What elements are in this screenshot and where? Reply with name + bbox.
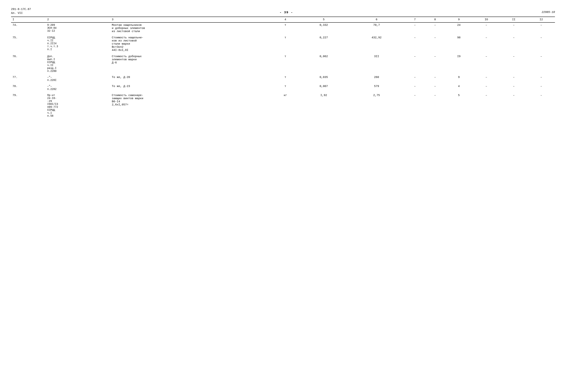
col-header-6: 6: [348, 17, 405, 23]
table-row: 74.9-209ЭСН-8432-I2Монтаж нащельникови д…: [11, 23, 555, 34]
cell-0-col9: 24: [445, 23, 473, 34]
doc-code: 22985-10: [542, 11, 555, 14]
table-row: 75.ССРЦЦч.IIп.2II4т.ч.т.3п.IСтоимость на…: [11, 34, 555, 53]
col-header-3: 3: [110, 17, 272, 23]
cell-1-col9: 98: [445, 34, 473, 53]
cell-4-desc: То же, Д-23: [110, 83, 272, 92]
cell-2-ref: Доп.вып.IССРЦЦч.IIразд.Iп.2280: [46, 53, 110, 73]
cell-4-col12: –: [527, 83, 555, 92]
cell-4-col8: –: [425, 83, 445, 92]
cell-0-col11: –: [500, 23, 527, 34]
col-header-11: II: [500, 17, 527, 23]
header-left: 291-8-17С.87 Ал. VII: [11, 7, 31, 15]
col-header-8: 8: [425, 17, 445, 23]
cell-3-num: 77.: [11, 73, 46, 83]
cell-2-col11: –: [500, 53, 527, 73]
cell-1-col6: 432,92: [348, 34, 405, 53]
cell-0-col7: –: [405, 23, 425, 34]
col-header-7: 7: [405, 17, 425, 23]
cell-4-col9: 4: [445, 83, 473, 92]
cell-3-col10: –: [473, 73, 500, 83]
cell-3-col12: –: [527, 73, 555, 83]
cell-2-num: 76.: [11, 53, 46, 73]
cell-5-col7: –: [405, 92, 425, 118]
cell-5-col11: –: [500, 92, 527, 118]
cell-4-col7: –: [405, 83, 425, 92]
cell-1-col5: 0,227: [299, 34, 348, 53]
cell-2-col8: –: [425, 53, 445, 73]
table-row: 76.Доп.вып.IССРЦЦч.IIразд.Iп.2280Стоимос…: [11, 53, 555, 73]
cell-3-col4: т: [272, 73, 299, 83]
cell-2-col6: 3II: [348, 53, 405, 73]
table-row: 78.–"–п.2282То же, Д-23т0,007579––4–––: [11, 83, 555, 92]
page-header: 291-8-17С.87 Ал. VII - 39 - 22985-10: [11, 7, 555, 15]
cell-1-num: 75.: [11, 34, 46, 53]
cell-3-col9: 9: [445, 73, 473, 83]
cell-2-col5: 0,062: [299, 53, 348, 73]
cell-3-col6: 260: [348, 73, 405, 83]
cell-3-desc: То же, Д-20: [110, 73, 272, 83]
cell-0-col5: 0,332: [299, 23, 348, 34]
cell-4-num: 78.: [11, 83, 46, 92]
cell-0-col4: т: [272, 23, 299, 34]
cell-1-col7: –: [405, 34, 425, 53]
col-header-4: 4: [272, 17, 299, 23]
cell-4-ref: –"–п.2282: [46, 83, 110, 92]
cell-0-num: 74.: [11, 23, 46, 34]
doc-number: 291-8-17С.87: [11, 7, 31, 11]
col-header-10: IO: [473, 17, 500, 23]
cell-5-col8: –: [425, 92, 445, 118]
cell-4-col6: 579: [348, 83, 405, 92]
main-table: I 2 3 4 5 6 7 8 9 IO II I2 74.9-209ЭСН-8…: [11, 17, 555, 118]
cell-2-col12: –: [527, 53, 555, 73]
cell-5-col9: 5: [445, 92, 473, 118]
cell-4-col4: т: [272, 83, 299, 92]
cell-3-col5: 0,035: [299, 73, 348, 83]
cell-5-desc: Стоимость самонаре-зающих винтов маркиB6…: [110, 92, 272, 118]
cell-5-col12: –: [527, 92, 555, 118]
cell-5-num: 79.: [11, 92, 46, 118]
col-header-12: I2: [527, 17, 555, 23]
cell-2-col4: т: [272, 53, 299, 73]
cell-0-col12: –: [527, 23, 555, 34]
cell-2-col7: –: [405, 53, 425, 73]
cell-2-col9: I9: [445, 53, 473, 73]
cell-3-ref: –"–п.228I: [46, 73, 110, 83]
cell-5-col10: –: [473, 92, 500, 118]
cell-0-col8: –: [425, 23, 445, 34]
cell-4-col11: –: [500, 83, 527, 92]
cell-5-col6: 2,75: [348, 92, 405, 118]
cell-4-col5: 0,007: [299, 83, 348, 92]
cell-1-col4: т: [272, 34, 299, 53]
cell-1-col10: –: [473, 34, 500, 53]
cell-5-col5: I,92: [299, 92, 348, 118]
page-number: - 39 -: [279, 11, 293, 14]
cell-3-col7: –: [405, 73, 425, 83]
table-row: 77.–"–п.228IТо же, Д-20т0,035260––9–––: [11, 73, 555, 83]
cell-4-col10: –: [473, 83, 500, 92]
main-table-wrapper: I 2 3 4 5 6 7 8 9 IO II I2 74.9-209ЭСН-8…: [11, 17, 555, 118]
col-header-2: 2: [46, 17, 110, 23]
table-header-row: I 2 3 4 5 6 7 8 9 IO II I2: [11, 17, 555, 23]
cell-1-ref: ССРЦЦч.IIп.2II4т.ч.т.3п.I: [46, 34, 110, 53]
table-row: 79.Пр-нт24-I8--29I98I/I3п09-772ССРЦЦч.Iп…: [11, 92, 555, 118]
col-header-5: 5: [299, 17, 348, 23]
cell-3-col11: –: [500, 73, 527, 83]
cell-2-col10: –: [473, 53, 500, 73]
cell-1-col11: –: [500, 34, 527, 53]
cell-1-desc: Стоимость нащельни-ков из листовойстали …: [110, 34, 272, 53]
cell-1-col8: –: [425, 34, 445, 53]
cell-5-ref: Пр-нт24-I8--29I98I/I3п09-772ССРЦЦч.Iп.58: [46, 92, 110, 118]
col-header-9: 9: [445, 17, 473, 23]
cell-1-col12: –: [527, 34, 555, 53]
cell-3-col8: –: [425, 73, 445, 83]
cell-0-desc: Монтаж нащельникови доборных элементовиз…: [110, 23, 272, 34]
doc-sheet: Ал. VII: [11, 11, 31, 15]
cell-0-ref: 9-209ЭСН-8432-I2: [46, 23, 110, 34]
col-header-1: I: [11, 17, 46, 23]
cell-0-col6: 70,7: [348, 23, 405, 34]
cell-5-col4: кг: [272, 92, 299, 118]
cell-2-desc: Стоимость доборныхэлементов маркиД-6: [110, 53, 272, 73]
cell-0-col10: –: [473, 23, 500, 34]
